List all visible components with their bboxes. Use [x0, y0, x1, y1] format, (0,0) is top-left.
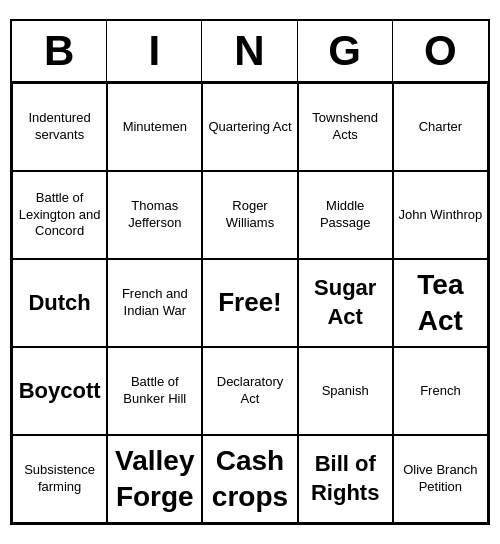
bingo-cell-r2-c0: Dutch: [12, 259, 107, 347]
bingo-cell-r3-c3: Spanish: [298, 347, 393, 435]
bingo-cell-r2-c2: Free!: [202, 259, 297, 347]
bingo-cell-r0-c0: Indentured servants: [12, 83, 107, 171]
bingo-cell-r3-c4: French: [393, 347, 488, 435]
bingo-cell-r1-c2: Roger Williams: [202, 171, 297, 259]
bingo-header: BINGO: [12, 21, 488, 83]
bingo-card: BINGO Indentured servantsMinutemenQuarte…: [10, 19, 490, 525]
bingo-cell-r3-c1: Battle of Bunker Hill: [107, 347, 202, 435]
bingo-cell-r1-c1: Thomas Jefferson: [107, 171, 202, 259]
bingo-letter-i: I: [107, 21, 202, 81]
bingo-letter-b: B: [12, 21, 107, 81]
bingo-cell-r0-c1: Minutemen: [107, 83, 202, 171]
bingo-cell-r4-c3: Bill of Rights: [298, 435, 393, 523]
bingo-cell-r4-c0: Subsistence farming: [12, 435, 107, 523]
bingo-letter-n: N: [202, 21, 297, 81]
bingo-grid: Indentured servantsMinutemenQuartering A…: [12, 83, 488, 523]
bingo-cell-r4-c4: Olive Branch Petition: [393, 435, 488, 523]
bingo-cell-r0-c2: Quartering Act: [202, 83, 297, 171]
bingo-cell-r2-c1: French and Indian War: [107, 259, 202, 347]
bingo-letter-g: G: [298, 21, 393, 81]
bingo-cell-r4-c2: Cash crops: [202, 435, 297, 523]
bingo-cell-r1-c0: Battle of Lexington and Concord: [12, 171, 107, 259]
bingo-cell-r3-c2: Declaratory Act: [202, 347, 297, 435]
bingo-cell-r2-c4: Tea Act: [393, 259, 488, 347]
bingo-cell-r1-c3: Middle Passage: [298, 171, 393, 259]
bingo-cell-r4-c1: Valley Forge: [107, 435, 202, 523]
bingo-letter-o: O: [393, 21, 488, 81]
bingo-cell-r3-c0: Boycott: [12, 347, 107, 435]
bingo-cell-r0-c3: Townshend Acts: [298, 83, 393, 171]
bingo-cell-r0-c4: Charter: [393, 83, 488, 171]
bingo-cell-r2-c3: Sugar Act: [298, 259, 393, 347]
bingo-cell-r1-c4: John Winthrop: [393, 171, 488, 259]
